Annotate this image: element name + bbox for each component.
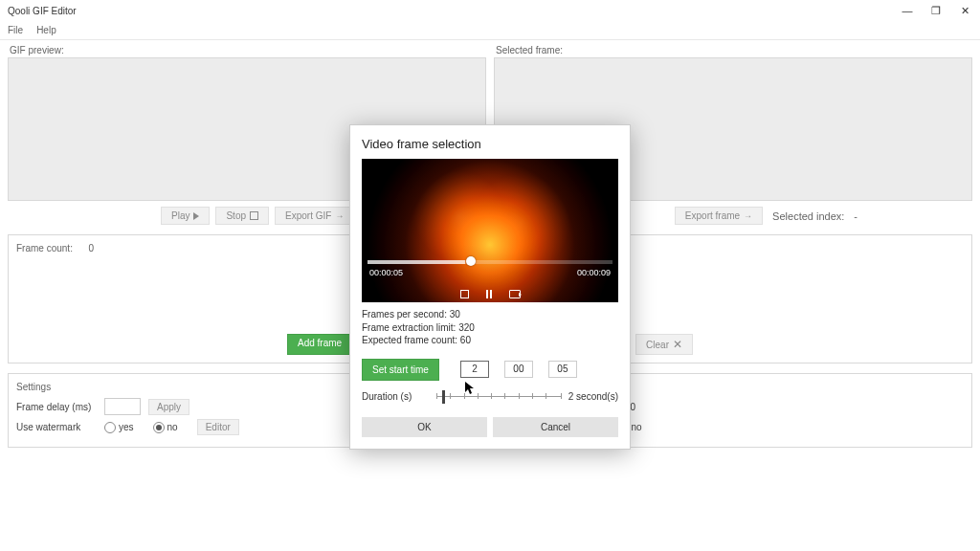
expected-count-label: Expected frame count:: [362, 335, 457, 345]
video-preview: 00:00:05 00:00:09: [362, 159, 618, 302]
fps-label: Frames per second:: [362, 309, 447, 320]
seek-track[interactable]: [368, 260, 612, 264]
ok-button[interactable]: OK: [362, 417, 487, 437]
start-time-input-c[interactable]: 05: [548, 361, 577, 378]
time-total: 00:00:09: [577, 268, 611, 277]
stop-video-icon[interactable]: [460, 290, 469, 298]
duration-slider[interactable]: [436, 390, 561, 404]
expected-count-value: 60: [460, 335, 471, 345]
duration-label: Duration (s): [362, 391, 429, 402]
video-content: [362, 159, 618, 302]
modal-overlay: Video frame selection 00:00:05 00:00:09 …: [0, 0, 980, 551]
video-frame-selection-dialog: Video frame selection 00:00:05 00:00:09 …: [349, 124, 631, 450]
start-time-input-a[interactable]: 2: [460, 361, 489, 378]
time-current: 00:00:05: [369, 268, 403, 277]
duration-handle[interactable]: [442, 390, 445, 404]
set-start-time-button[interactable]: Set start time: [362, 359, 439, 381]
extraction-limit-label: Frame extraction limit:: [362, 322, 456, 333]
pause-icon[interactable]: [486, 290, 492, 298]
dialog-title: Video frame selection: [362, 137, 618, 151]
duration-value: 2: [568, 391, 574, 402]
extraction-limit-value: 320: [458, 322, 475, 333]
fps-value: 30: [450, 309, 460, 320]
loop-icon[interactable]: [509, 290, 521, 298]
duration-unit: second(s): [576, 391, 618, 402]
cancel-button[interactable]: Cancel: [493, 417, 618, 437]
start-time-input-b[interactable]: 00: [504, 361, 533, 378]
